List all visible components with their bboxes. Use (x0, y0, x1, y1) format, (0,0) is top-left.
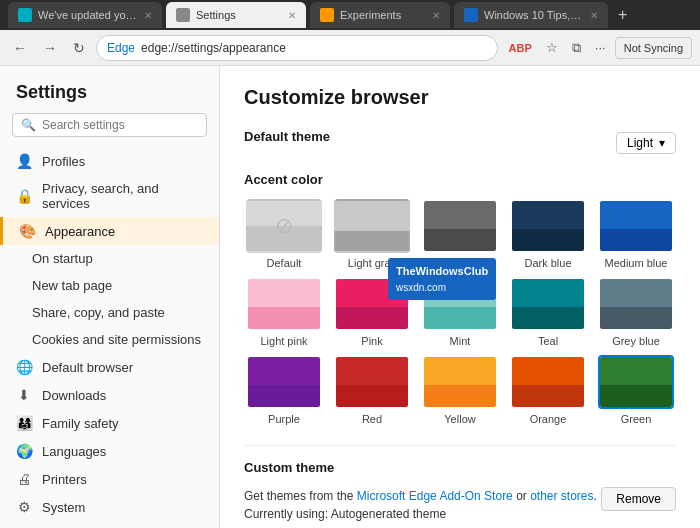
color-swatch-purple (246, 355, 322, 409)
color-swatch-pink (334, 277, 410, 331)
color-label-pink: Pink (361, 335, 382, 347)
tab-close-4[interactable]: ✕ (590, 10, 598, 21)
tab-label-4: Windows 10 Tips, Trick... (484, 9, 584, 21)
color-item-teal[interactable]: Teal (508, 277, 588, 347)
sidebar-item-languages[interactable]: 🌍 Languages (0, 437, 219, 465)
sidebar-item-startup[interactable]: On startup (0, 245, 219, 272)
sidebar-item-label: Profiles (42, 154, 85, 169)
sidebar-item-cookies[interactable]: Cookies and site permissions (0, 326, 219, 353)
search-box[interactable]: 🔍 (12, 113, 207, 137)
color-swatch-green (598, 355, 674, 409)
address-text: edge://settings/appearance (141, 41, 286, 55)
tab-close-3[interactable]: ✕ (432, 10, 440, 21)
color-item-dark-blue[interactable]: Dark blue (508, 199, 588, 269)
adblock-button[interactable]: ABP (504, 37, 537, 59)
color-item-mint[interactable]: Mint (420, 277, 500, 347)
theme-dropdown[interactable]: Light ▾ (616, 132, 676, 154)
sidebar-item-downloads[interactable]: ⬇ Downloads (0, 381, 219, 409)
collections-button[interactable]: ⧉ (567, 37, 586, 59)
tab-1[interactable]: We've updated you to t... ✕ (8, 2, 162, 28)
remove-button[interactable]: Remove (601, 487, 676, 511)
tab-label-3: Experiments (340, 9, 401, 21)
sidebar: Settings 🔍 👤 Profiles 🔒 Privacy, search,… (0, 66, 220, 528)
tab-close-1[interactable]: ✕ (144, 10, 152, 21)
sidebar-item-printers[interactable]: 🖨 Printers (0, 465, 219, 493)
appearance-icon: 🎨 (19, 223, 35, 239)
printers-icon: 🖨 (16, 471, 32, 487)
sidebar-item-newtab[interactable]: New tab page (0, 272, 219, 299)
color-item-orange[interactable]: Orange (508, 355, 588, 425)
color-label-yellow: Yellow (444, 413, 475, 425)
color-item-light-pink[interactable]: Light pink (244, 277, 324, 347)
sidebar-item-appearance[interactable]: 🎨 Appearance (0, 217, 219, 245)
color-label-teal: Teal (538, 335, 558, 347)
system-icon: ⚙ (16, 499, 32, 515)
sidebar-item-label: Cookies and site permissions (32, 332, 201, 347)
custom-theme-prefix: Get themes from the (244, 489, 357, 503)
tab-3[interactable]: Experiments ✕ (310, 2, 450, 28)
color-label-mint: Mint (450, 335, 471, 347)
sidebar-item-label: Default browser (42, 360, 133, 375)
edge-addon-link[interactable]: Microsoft Edge Add-On Store (357, 489, 513, 503)
nav-bar: ← → ↻ Edge edge://settings/appearance AB… (0, 30, 700, 66)
custom-theme-section: Custom theme Get themes from the Microso… (244, 445, 676, 523)
other-stores-link[interactable]: other stores (530, 489, 593, 503)
sidebar-item-family[interactable]: 👨‍👩‍👧 Family safety (0, 409, 219, 437)
color-label-purple: Purple (268, 413, 300, 425)
theme-dropdown-value: Light (627, 136, 653, 150)
sidebar-item-privacy[interactable]: 🔒 Privacy, search, and services (0, 175, 219, 217)
color-swatch-default (246, 199, 322, 253)
color-item-default[interactable]: Default (244, 199, 324, 269)
color-swatch-medium-blue (598, 199, 674, 253)
page-title: Customize browser (244, 86, 676, 109)
accent-color-label: Accent color (244, 172, 676, 187)
search-icon: 🔍 (21, 118, 36, 132)
address-bar[interactable]: Edge edge://settings/appearance (96, 35, 498, 61)
color-item-green[interactable]: Green (596, 355, 676, 425)
sidebar-item-profiles[interactable]: 👤 Profiles (0, 147, 219, 175)
sidebar-title: Settings (0, 76, 219, 113)
tab-label-1: We've updated you to t... (38, 9, 138, 21)
sidebar-item-label: Privacy, search, and services (42, 181, 203, 211)
color-item-dark-gray[interactable]: Dark gray (420, 199, 500, 269)
color-label-light-pink: Light pink (260, 335, 307, 347)
sidebar-item-label: Family safety (42, 416, 119, 431)
favorites-button[interactable]: ☆ (541, 37, 563, 59)
color-item-yellow[interactable]: Yellow (420, 355, 500, 425)
tab-2[interactable]: Settings ✕ (166, 2, 306, 28)
edge-logo-icon: Edge (107, 41, 135, 55)
color-item-grey-blue[interactable]: Grey blue (596, 277, 676, 347)
color-item-pink[interactable]: Pink (332, 277, 412, 347)
sidebar-item-defaultbrowser[interactable]: 🌐 Default browser (0, 353, 219, 381)
color-item-medium-blue[interactable]: Medium blue (596, 199, 676, 269)
downloads-icon: ⬇ (16, 387, 32, 403)
color-label-default: Default (267, 257, 302, 269)
color-label-orange: Orange (530, 413, 567, 425)
sync-button[interactable]: Not Syncing (615, 37, 692, 59)
color-swatch-orange (510, 355, 586, 409)
tab-favicon-4 (464, 8, 478, 22)
color-item-light-gray[interactable]: Light gray (332, 199, 412, 269)
chevron-down-icon: ▾ (659, 136, 665, 150)
languages-icon: 🌍 (16, 443, 32, 459)
forward-button[interactable]: → (38, 36, 62, 60)
nav-actions: ABP ☆ ⧉ ··· Not Syncing (504, 37, 692, 59)
search-input[interactable] (42, 118, 198, 132)
tab-close-2[interactable]: ✕ (288, 10, 296, 21)
color-item-red[interactable]: Red (332, 355, 412, 425)
privacy-icon: 🔒 (16, 188, 32, 204)
reload-button[interactable]: ↻ (68, 36, 90, 60)
new-tab-button[interactable]: + (612, 4, 633, 26)
sidebar-item-share[interactable]: Share, copy, and paste (0, 299, 219, 326)
defaultbrowser-icon: 🌐 (16, 359, 32, 375)
more-button[interactable]: ··· (590, 37, 611, 59)
back-button[interactable]: ← (8, 36, 32, 60)
tab-4[interactable]: Windows 10 Tips, Trick... ✕ (454, 2, 608, 28)
sidebar-item-reset[interactable]: ↺ Reset settings (0, 521, 219, 528)
custom-theme-label: Custom theme (244, 460, 676, 475)
sidebar-item-system[interactable]: ⚙ System (0, 493, 219, 521)
family-icon: 👨‍👩‍👧 (16, 415, 32, 431)
sidebar-item-label: Languages (42, 444, 106, 459)
color-label-dark-gray: Dark gray (436, 257, 484, 269)
color-item-purple[interactable]: Purple (244, 355, 324, 425)
